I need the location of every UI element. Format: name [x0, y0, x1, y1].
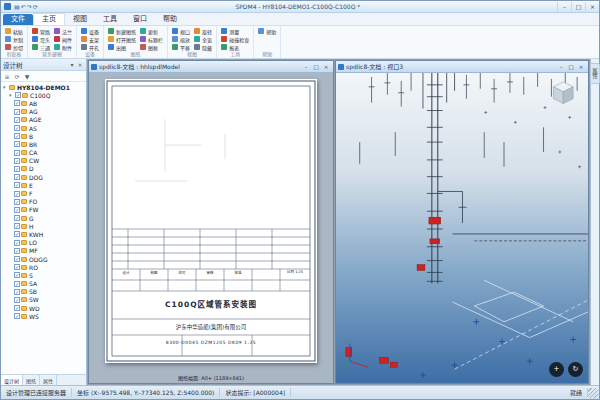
tree-item[interactable]: ✓MF — [3, 247, 86, 255]
ribbon-button[interactable]: 管路 — [30, 27, 52, 35]
pin-icon[interactable]: ▾ — [68, 61, 76, 68]
tree-item[interactable]: ✓SW — [3, 296, 86, 304]
checkbox-icon[interactable]: ✓ — [14, 109, 20, 115]
checkbox-icon[interactable]: ✓ — [14, 174, 20, 180]
ribbon-button[interactable]: 新建图纸 — [106, 27, 138, 35]
checkbox-icon[interactable]: ✓ — [14, 297, 20, 303]
ribbon-button[interactable]: 三通 — [30, 43, 52, 51]
view-cube[interactable] — [553, 82, 573, 104]
ribbon-button[interactable]: 帮助 — [256, 27, 278, 35]
ribbon-button[interactable]: 弯头 — [30, 35, 52, 43]
close-panel-icon[interactable]: × — [76, 61, 84, 68]
orbit-control-icon[interactable]: ↻ — [568, 362, 583, 377]
tree-item[interactable]: ✓WS — [3, 312, 86, 320]
tree-item[interactable]: ✓RO — [3, 263, 86, 271]
ribbon-tab-1[interactable]: 文件 — [3, 14, 33, 25]
checkbox-icon[interactable]: ✓ — [14, 182, 20, 188]
child-minimize-button[interactable]: – — [301, 64, 311, 70]
ribbon-button[interactable]: 出图 — [106, 43, 138, 51]
tree-area-node[interactable]: ▾ ✓ C100Q — [3, 91, 86, 99]
ribbon-button[interactable]: 缩放 — [170, 35, 192, 43]
checkbox-icon[interactable]: ✓ — [14, 313, 20, 319]
child-title-bar[interactable]: spdlic8-文档 : hhlspdlModel – □ × — [89, 61, 333, 73]
tree-item[interactable]: ✓DOG — [3, 173, 86, 181]
child-maximize-button[interactable]: □ — [311, 64, 321, 70]
panel-tab-3[interactable]: 属性 — [40, 375, 57, 385]
ribbon-button[interactable]: 法兰 — [52, 27, 74, 35]
checkbox-icon[interactable]: ✓ — [14, 141, 20, 147]
maximize-button[interactable]: □ — [571, 2, 585, 12]
tree-item[interactable]: ✓SA — [3, 280, 86, 288]
checkbox-icon[interactable]: ✓ — [14, 231, 20, 237]
ribbon-button[interactable]: 测量 — [219, 27, 251, 35]
minimize-button[interactable]: – — [557, 2, 571, 12]
ribbon-tab-5[interactable]: 窗口 — [125, 14, 155, 25]
ribbon-button[interactable]: 阀件 — [52, 35, 74, 43]
ribbon-button[interactable]: 复制 — [3, 35, 25, 43]
ribbon-button[interactable]: 粘贴 — [3, 27, 25, 35]
ribbon-tab-2[interactable]: 主页 — [33, 13, 65, 25]
checkbox-icon[interactable]: ✓ — [14, 248, 20, 254]
tree-item[interactable]: ✓KWH — [3, 230, 86, 238]
filter-icon[interactable]: ▼ — [23, 73, 31, 80]
ribbon-button[interactable]: 剪切 — [3, 43, 25, 51]
ribbon-button[interactable]: 附件 — [52, 43, 74, 51]
tree-item[interactable]: ✓ODGG — [3, 255, 86, 263]
checkbox-icon[interactable]: ✓ — [14, 289, 20, 295]
tree-item[interactable]: ✓AS — [3, 124, 86, 132]
checkbox-icon[interactable]: ✓ — [14, 117, 20, 123]
checkbox-icon[interactable]: ✓ — [14, 272, 20, 278]
ribbon-button[interactable]: 更新 — [138, 27, 165, 35]
child-maximize-button[interactable]: □ — [566, 64, 576, 70]
tree-item[interactable]: ✓FO — [3, 198, 86, 206]
ribbon-button[interactable]: 视口 — [170, 27, 192, 35]
ribbon-button[interactable]: 碰撞检查 — [219, 35, 251, 43]
tree-item[interactable]: ✓AG — [3, 108, 86, 116]
close-button[interactable]: × — [585, 2, 599, 12]
ribbon-button[interactable]: 报表 — [219, 43, 251, 51]
checkbox-icon[interactable]: ✓ — [14, 305, 20, 311]
tree-item[interactable]: ✓CW — [3, 157, 86, 165]
checkbox-icon[interactable]: ✓ — [14, 281, 20, 287]
tree-item[interactable]: ✓LO — [3, 239, 86, 247]
checkbox-icon[interactable]: ✓ — [14, 199, 20, 205]
checkbox-icon[interactable]: ✓ — [14, 125, 20, 131]
properties-panel-tab[interactable]: 属性 — [590, 63, 600, 84]
tree-item[interactable]: ✓H — [3, 222, 86, 230]
drawing-canvas[interactable]: 设计 制图 校对 审核 批准 比例 1:25 C100Q区域管系安装图 沪东中华… — [89, 73, 333, 383]
panel-tab-1[interactable]: 设计树 — [1, 375, 23, 385]
checkbox-icon[interactable]: ✓ — [14, 158, 20, 164]
tree-item[interactable]: ✓SB — [3, 288, 86, 296]
child-title-bar[interactable]: spdlic8-文档 : 视口3 – □ × — [336, 61, 588, 73]
tree-item[interactable]: ✓WD — [3, 304, 86, 312]
ribbon-button[interactable]: 支架 — [79, 35, 101, 43]
tree-item[interactable]: ✓FW — [3, 206, 86, 214]
menu-icon[interactable]: ≡ — [3, 73, 11, 80]
ribbon-button[interactable]: 开孔 — [79, 43, 101, 51]
tree-item[interactable]: ✓B — [3, 132, 86, 140]
ribbon-button[interactable]: 旋转 — [192, 27, 214, 35]
child-close-button[interactable]: × — [321, 64, 331, 70]
ribbon-button[interactable]: 设备 — [79, 27, 101, 35]
pan-control-icon[interactable]: + — [549, 362, 564, 377]
checkbox-icon[interactable]: ✓ — [14, 150, 20, 156]
tree-item[interactable]: ✓E — [3, 181, 86, 189]
resize-grip[interactable] — [588, 388, 598, 398]
ribbon-tab-6[interactable]: 帮助 — [155, 14, 185, 25]
checkbox-icon[interactable]: ✓ — [15, 92, 21, 98]
ribbon-button[interactable]: 打开图纸 — [106, 35, 138, 43]
3d-viewport[interactable]: ↻ + — [336, 73, 588, 383]
tree-item[interactable]: ✓D — [3, 165, 86, 173]
panel-tab-2[interactable]: 图纸 — [23, 375, 40, 385]
tree-item[interactable]: ✓F — [3, 189, 86, 197]
checkbox-icon[interactable]: ✓ — [14, 264, 20, 270]
ribbon-button[interactable]: 平移 — [170, 43, 192, 51]
ribbon-tab-3[interactable]: 视图 — [65, 14, 95, 25]
checkbox-icon[interactable]: ✓ — [14, 256, 20, 262]
checkbox-icon[interactable]: ✓ — [14, 223, 20, 229]
ribbon-button[interactable]: 全览 — [192, 35, 214, 43]
checkbox-icon[interactable]: ✓ — [14, 100, 20, 106]
tree-item[interactable]: ✓CA — [3, 149, 86, 157]
ribbon-button[interactable]: 标题栏 — [138, 35, 165, 43]
ribbon-tab-4[interactable]: 工具 — [95, 14, 125, 25]
